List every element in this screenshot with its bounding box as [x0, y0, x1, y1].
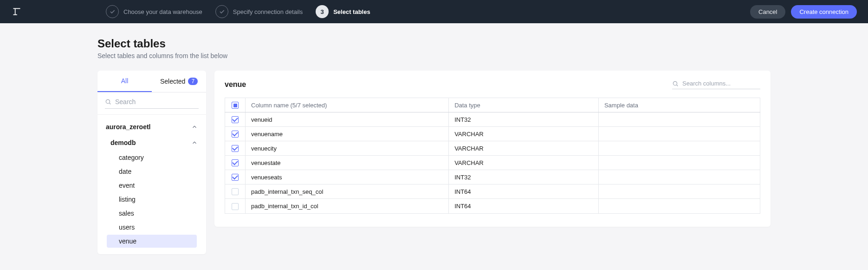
row-checkbox-cell	[225, 112, 246, 127]
data-type-cell: INT64	[449, 199, 599, 213]
step-1: Choose your data warehouse	[106, 5, 202, 18]
database-node[interactable]: demodb	[97, 135, 206, 150]
data-type-cell: INT64	[449, 184, 599, 199]
tab-all[interactable]: All	[97, 71, 152, 92]
table-row: venueidINT32	[225, 112, 760, 127]
table-row: padb_internal_txn_id_colINT64	[225, 199, 760, 213]
page-subtitle: Select tables and columns from the list …	[97, 52, 771, 59]
col-header-name: Column name (5/7 selected)	[246, 98, 449, 112]
select-all-checkbox[interactable]	[232, 102, 239, 109]
row-checkbox[interactable]	[232, 145, 239, 152]
sample-data-cell	[598, 156, 760, 170]
column-name-cell: venueid	[246, 112, 449, 127]
row-checkbox[interactable]	[232, 174, 239, 181]
step-3: 3 Select tables	[316, 5, 370, 18]
search-icon	[105, 99, 111, 105]
selected-count-badge: 7	[188, 78, 198, 85]
col-header-sample: Sample data	[598, 98, 760, 112]
column-name-cell: padb_internal_txn_seq_col	[246, 184, 449, 199]
step-2: Specify connection details	[215, 5, 303, 18]
step-3-number: 3	[316, 5, 329, 18]
row-checkbox[interactable]	[232, 116, 239, 123]
schema-name: aurora_zeroetl	[106, 123, 150, 131]
step-3-label: Select tables	[333, 8, 370, 15]
row-checkbox[interactable]	[232, 188, 239, 195]
table-item[interactable]: venue	[107, 235, 197, 248]
sample-data-cell	[598, 199, 760, 213]
tab-selected[interactable]: Selected 7	[152, 71, 206, 92]
data-type-cell: INT32	[449, 170, 599, 184]
table-item[interactable]: users	[107, 221, 197, 234]
column-name-cell: venuestate	[246, 156, 449, 170]
schema-node[interactable]: aurora_zeroetl	[97, 119, 206, 135]
search-icon	[672, 80, 679, 87]
table-search-wrap	[97, 92, 206, 115]
row-checkbox[interactable]	[232, 131, 239, 138]
header-actions: Cancel Create connection	[750, 5, 857, 19]
column-name-cell: venuecity	[246, 141, 449, 156]
step-2-label: Specify connection details	[233, 8, 303, 15]
sample-data-cell	[598, 184, 760, 199]
row-checkbox-cell	[225, 199, 246, 213]
col-header-type: Data type	[449, 98, 599, 112]
page-title: Select tables	[97, 37, 771, 50]
table-item[interactable]: event	[107, 179, 197, 192]
table-search-input[interactable]	[115, 98, 199, 105]
column-detail-panel: venue Column name (5/7 selected) Data ty…	[214, 71, 771, 227]
column-name-cell: padb_internal_txn_id_col	[246, 199, 449, 213]
sample-data-cell	[598, 112, 760, 127]
tabs: All Selected 7	[97, 71, 206, 92]
row-checkbox-cell	[225, 156, 246, 170]
logo-icon	[11, 6, 22, 17]
data-type-cell: INT32	[449, 112, 599, 127]
main-content: Select tables Select tables and columns …	[0, 23, 868, 268]
create-connection-button[interactable]: Create connection	[791, 5, 857, 19]
table-row: venuecityVARCHAR	[225, 141, 760, 156]
table-tree: aurora_zeroetl demodb categorydateeventl…	[97, 115, 206, 254]
sample-data-cell	[598, 127, 760, 141]
row-checkbox[interactable]	[232, 159, 239, 166]
column-name-cell: venueseats	[246, 170, 449, 184]
header: Choose your data warehouse Specify conne…	[0, 0, 868, 23]
svg-point-0	[106, 99, 110, 103]
chevron-up-icon	[191, 124, 198, 130]
row-checkbox-cell	[225, 170, 246, 184]
data-type-cell: VARCHAR	[449, 127, 599, 141]
table-row: venuestateVARCHAR	[225, 156, 760, 170]
table-row: padb_internal_txn_seq_colINT64	[225, 184, 760, 199]
tab-selected-label: Selected	[160, 78, 185, 85]
wizard-steps: Choose your data warehouse Specify conne…	[106, 5, 370, 18]
data-type-cell: VARCHAR	[449, 141, 599, 156]
chevron-up-icon	[191, 139, 198, 146]
detail-title: venue	[225, 80, 246, 89]
table-list: categorydateeventlistingsalesusersvenue	[97, 150, 206, 248]
row-checkbox-cell	[225, 127, 246, 141]
database-name: demodb	[110, 139, 136, 146]
table-row: venueseatsINT32	[225, 170, 760, 184]
row-checkbox-cell	[225, 184, 246, 199]
column-name-cell: venuename	[246, 127, 449, 141]
step-1-label: Choose your data warehouse	[123, 8, 202, 15]
table-item[interactable]: listing	[107, 193, 197, 206]
sample-data-cell	[598, 170, 760, 184]
table-row: venuenameVARCHAR	[225, 127, 760, 141]
table-item[interactable]: sales	[107, 207, 197, 220]
cancel-button[interactable]: Cancel	[750, 5, 785, 19]
table-browser-panel: All Selected 7 aurora_zeroetl	[97, 71, 206, 254]
row-checkbox[interactable]	[232, 203, 239, 210]
table-item[interactable]: category	[107, 151, 197, 164]
columns-table: Column name (5/7 selected) Data type Sam…	[225, 98, 760, 214]
svg-point-1	[673, 81, 677, 85]
row-checkbox-cell	[225, 141, 246, 156]
data-type-cell: VARCHAR	[449, 156, 599, 170]
tab-all-label: All	[121, 77, 129, 85]
column-search-input[interactable]	[682, 80, 760, 87]
sample-data-cell	[598, 141, 760, 156]
header-checkbox-cell	[225, 98, 246, 112]
check-icon	[215, 5, 228, 18]
column-search-wrap	[672, 80, 760, 89]
check-icon	[106, 5, 119, 18]
table-item[interactable]: date	[107, 165, 197, 178]
